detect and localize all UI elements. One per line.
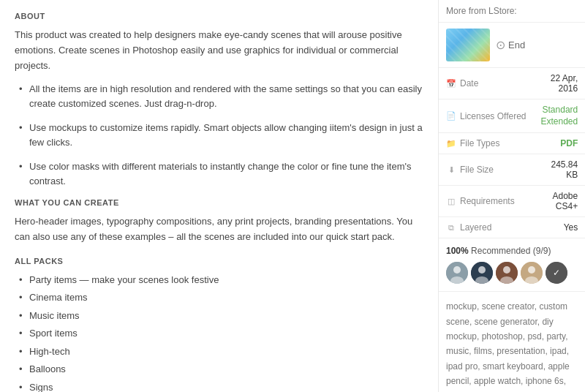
file-types-label-cell: 📁 File Types	[439, 133, 534, 154]
pack-list: Party items — make your scenes look fest…	[15, 273, 423, 392]
file-size-label-cell: ⬇ File Size	[439, 154, 534, 186]
layered-row: ⧉ Layered Yes	[439, 217, 585, 238]
pack-item-6: Signs	[15, 380, 423, 392]
svg-point-4	[478, 266, 486, 274]
size-icon: ⬇	[446, 165, 456, 175]
svg-point-10	[528, 266, 535, 274]
pack-item-1: Cinema items	[15, 290, 423, 305]
layered-label-cell: ⧉ Layered	[439, 217, 534, 238]
sidebar: More from LStore: ⊙ End 📅 Date 22 Apr, 2…	[439, 0, 585, 392]
svg-point-1	[453, 266, 461, 274]
recommended-title: 100% Recommended (9/9)	[446, 246, 578, 256]
requirements-row: ◫ Requirements Adobe CS4+	[439, 186, 585, 217]
about-title: ABOUT	[15, 12, 423, 20]
what-text: Hero-header images, typography compositi…	[15, 214, 423, 245]
feature-item-3: Use color masks with different materials…	[15, 159, 423, 188]
all-packs-title: ALL PACKS	[15, 257, 423, 265]
store-thumbnail	[446, 29, 490, 61]
requirements-icon: ◫	[446, 196, 456, 206]
calendar-icon: 📅	[446, 78, 456, 88]
license-icon: 📄	[446, 111, 456, 121]
date-label-cell: 📅 Date	[439, 68, 534, 99]
store-preview: ⊙ End	[439, 23, 585, 68]
date-row: 📅 Date 22 Apr, 2016	[439, 68, 585, 99]
licenses-value: StandardExtended	[534, 99, 586, 133]
avatar-1	[446, 262, 468, 284]
feature-item-1: All the items are in high resolution and…	[15, 82, 423, 110]
avatar-4	[521, 262, 543, 284]
avatar-5: ✓	[546, 262, 567, 284]
avatar-3	[496, 262, 518, 284]
svg-point-7	[503, 266, 510, 274]
layered-value: Yes	[534, 217, 586, 238]
pack-item-2: Music items	[15, 309, 423, 323]
pack-item-0: Party items — make your scenes look fest…	[15, 273, 423, 287]
file-icon: 📁	[446, 138, 456, 148]
what-title: WHAT YOU CAN CREATE	[15, 198, 423, 207]
pack-item-5: Balloons	[15, 362, 423, 377]
licenses-label-cell: 📄 Licenses Offered	[439, 99, 534, 133]
recommended-label: Recommended (9/9)	[471, 246, 551, 256]
more-from-label: More from LStore:	[439, 0, 585, 23]
recommended-percent: 100%	[446, 246, 469, 256]
feature-list: All the items are in high resolution and…	[15, 82, 423, 188]
avatar-list: ✓	[446, 262, 578, 284]
main-content: ABOUT This product was created to help d…	[0, 0, 439, 392]
date-value: 22 Apr, 2016	[534, 68, 586, 99]
end-label: End	[508, 39, 525, 50]
svg-text:✓: ✓	[553, 268, 560, 278]
layers-icon: ⧉	[446, 222, 456, 233]
cursor-icon: ⊙	[496, 38, 505, 52]
file-types-value: PDF	[534, 133, 586, 154]
licenses-row: 📄 Licenses Offered StandardExtended	[439, 99, 585, 133]
meta-table: 📅 Date 22 Apr, 2016 📄 Licenses Offered S…	[439, 68, 585, 238]
avatar-2	[471, 262, 493, 284]
tags-text: mockup, scene creator, custom scene, sce…	[446, 301, 577, 392]
pack-item-3: Sport items	[15, 326, 423, 341]
file-types-row: 📁 File Types PDF	[439, 133, 585, 154]
tags-section: mockup, scene creator, custom scene, sce…	[439, 292, 585, 392]
end-button[interactable]: ⊙ End	[496, 38, 525, 52]
intro-text: This product was created to help designe…	[15, 28, 423, 73]
requirements-value: Adobe CS4+	[534, 186, 586, 217]
requirements-label-cell: ◫ Requirements	[439, 186, 534, 217]
pack-item-4: High-tech	[15, 344, 423, 359]
feature-item-2: Use mockups to customize items rapidly. …	[15, 121, 423, 149]
file-size-row: ⬇ File Size 245.84 KB	[439, 154, 585, 186]
file-size-value: 245.84 KB	[534, 154, 586, 186]
recommended-section: 100% Recommended (9/9) ✓	[439, 238, 585, 292]
